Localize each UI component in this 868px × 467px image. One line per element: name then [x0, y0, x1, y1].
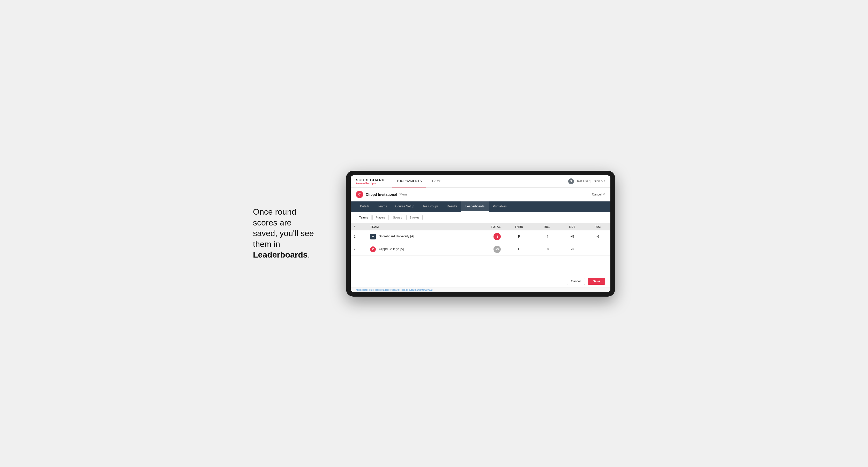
col-total: TOTAL	[471, 223, 504, 230]
nav-links: TOURNAMENTS TEAMS	[392, 175, 446, 187]
leaderboard-table: # TEAM TOTAL THRU RD1 RD2 RD3 1	[351, 223, 610, 256]
rank-2: 2	[351, 243, 367, 255]
user-name: Test User |	[577, 180, 591, 183]
clippd-brand: clippd	[370, 182, 377, 185]
filter-teams[interactable]: Teams	[356, 215, 371, 220]
tournament-icon: C	[356, 191, 363, 198]
left-description: Once round scores are saved, you'll see …	[253, 207, 331, 260]
col-rd3: RD3	[585, 223, 610, 230]
tab-leaderboards[interactable]: Leaderboards	[461, 201, 489, 212]
team-name-2: C Clippd College [A]	[367, 243, 470, 255]
desc-line4: them in	[253, 240, 280, 249]
logo-subtitle: Powered by clippd	[356, 182, 384, 185]
tournament-header: C Clippd Invitational (Men) Cancel ✕	[351, 188, 610, 201]
tab-tee-groups[interactable]: Tee Groups	[418, 201, 442, 212]
tab-details[interactable]: Details	[356, 201, 374, 212]
logo-title: SCOREBOARD	[356, 178, 384, 182]
sub-filters: Teams Players Scores Strokes	[351, 212, 610, 223]
desc-line1: Once round	[253, 207, 296, 216]
tab-results[interactable]: Results	[442, 201, 461, 212]
tab-course-setup[interactable]: Course Setup	[391, 201, 418, 212]
sign-out-link[interactable]: Sign out	[594, 180, 605, 183]
nav-tournaments[interactable]: TOURNAMENTS	[392, 175, 426, 187]
team-name-1: SB Scoreboard University [A]	[367, 230, 470, 243]
desc-line3: saved, you'll see	[253, 228, 314, 238]
thru-2: F	[504, 243, 534, 255]
filter-strokes[interactable]: Strokes	[406, 215, 423, 220]
total-1: -5	[471, 230, 504, 243]
nav-right: S Test User | Sign out	[568, 179, 605, 184]
col-thru: THRU	[504, 223, 534, 230]
score-badge-red: -5	[494, 233, 501, 240]
table-header: # TEAM TOTAL THRU RD1 RD2 RD3	[351, 223, 610, 230]
rd2-1: +5	[559, 230, 585, 243]
table-header-row: # TEAM TOTAL THRU RD1 RD2 RD3	[351, 223, 610, 230]
close-icon: ✕	[602, 193, 605, 196]
save-button[interactable]: Save	[588, 278, 605, 285]
rank-1: 1	[351, 230, 367, 243]
tablet-screen: SCOREBOARD Powered by clippd TOURNAMENTS…	[351, 175, 610, 292]
user-avatar: S	[568, 179, 574, 184]
cancel-button-bottom[interactable]: Cancel	[567, 278, 585, 285]
page-wrapper: Once round scores are saved, you'll see …	[253, 171, 615, 297]
col-rd2: RD2	[559, 223, 585, 230]
filter-players[interactable]: Players	[372, 215, 389, 220]
url-bar: https://stage-blue-coach.stagescoreboard…	[351, 287, 610, 292]
tab-printables[interactable]: Printables	[489, 201, 511, 212]
tournament-name: Clippd Invitational	[366, 192, 397, 196]
nav-teams[interactable]: TEAMS	[426, 175, 446, 187]
tournament-gender: (Men)	[399, 193, 407, 196]
table-row: 2 C Clippd College [A] +3 F +8 -8 +3	[351, 243, 610, 255]
table-body: 1 SB Scoreboard University [A] -5 F -4 +…	[351, 230, 610, 256]
table-row: 1 SB Scoreboard University [A] -5 F -4 +…	[351, 230, 610, 243]
col-rank: #	[351, 223, 367, 230]
rd3-2: +3	[585, 243, 610, 255]
tablet-frame: SCOREBOARD Powered by clippd TOURNAMENTS…	[346, 171, 615, 297]
rd1-1: -4	[534, 230, 559, 243]
desc-bold: Leaderboards	[253, 250, 308, 259]
desc-line2: scores are	[253, 218, 291, 227]
tab-navigation: Details Teams Course Setup Tee Groups Re…	[351, 201, 610, 212]
top-nav: SCOREBOARD Powered by clippd TOURNAMENTS…	[351, 175, 610, 188]
thru-1: F	[504, 230, 534, 243]
col-rd1: RD1	[534, 223, 559, 230]
desc-period: .	[308, 250, 310, 259]
score-badge-gray: +3	[494, 246, 501, 253]
logo-area: SCOREBOARD Powered by clippd	[356, 178, 384, 185]
team-logo-sb: SB	[370, 234, 376, 240]
rd1-2: +8	[534, 243, 559, 255]
rd3-1: -6	[585, 230, 610, 243]
leaderboard-table-container: # TEAM TOTAL THRU RD1 RD2 RD3 1	[351, 223, 610, 275]
team-logo-c: C	[370, 246, 376, 252]
col-team: TEAM	[367, 223, 470, 230]
rd2-2: -8	[559, 243, 585, 255]
cancel-button-top[interactable]: Cancel ✕	[592, 193, 605, 196]
total-2: +3	[471, 243, 504, 255]
filter-scores[interactable]: Scores	[390, 215, 405, 220]
bottom-bar: Cancel Save	[351, 275, 610, 287]
tab-teams[interactable]: Teams	[374, 201, 391, 212]
